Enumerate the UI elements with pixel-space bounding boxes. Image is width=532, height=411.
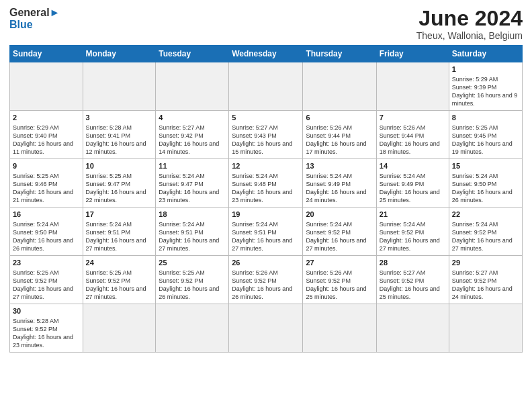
day-number: 1 xyxy=(452,64,519,75)
day-number: 21 xyxy=(380,210,446,220)
table-row: 4Sunrise: 5:27 AM Sunset: 9:42 PM Daylig… xyxy=(156,111,229,159)
calendar-table: Sunday Monday Tuesday Wednesday Thursday… xyxy=(9,45,523,352)
table-row: 27Sunrise: 5:26 AM Sunset: 9:52 PM Dayli… xyxy=(303,256,376,304)
table-row: 5Sunrise: 5:27 AM Sunset: 9:43 PM Daylig… xyxy=(229,111,303,159)
table-row: 23Sunrise: 5:25 AM Sunset: 9:52 PM Dayli… xyxy=(10,256,83,304)
table-row: 14Sunrise: 5:24 AM Sunset: 9:49 PM Dayli… xyxy=(376,159,449,208)
table-row: 20Sunrise: 5:24 AM Sunset: 9:52 PM Dayli… xyxy=(303,208,376,256)
table-row: 26Sunrise: 5:26 AM Sunset: 9:52 PM Dayli… xyxy=(229,256,303,304)
table-row xyxy=(156,304,229,352)
page: General► Blue June 2024 Theux, Wallonia,… xyxy=(0,0,532,358)
day-number: 22 xyxy=(452,210,519,220)
table-row xyxy=(303,304,376,352)
day-number: 28 xyxy=(380,258,446,268)
table-row: 6Sunrise: 5:26 AM Sunset: 9:44 PM Daylig… xyxy=(303,111,376,159)
table-row xyxy=(10,62,83,111)
table-row: 30Sunrise: 5:28 AM Sunset: 9:52 PM Dayli… xyxy=(10,304,83,352)
day-number: 10 xyxy=(86,161,153,171)
day-number: 9 xyxy=(13,161,80,171)
day-number: 13 xyxy=(306,161,373,171)
day-number: 26 xyxy=(232,258,300,268)
day-number: 4 xyxy=(159,113,226,123)
table-row: 24Sunrise: 5:25 AM Sunset: 9:52 PM Dayli… xyxy=(83,256,156,304)
col-sunday: Sunday xyxy=(10,46,83,62)
col-monday: Monday xyxy=(83,46,156,62)
col-wednesday: Wednesday xyxy=(229,46,303,62)
calendar-header-row: Sunday Monday Tuesday Wednesday Thursday… xyxy=(10,46,523,62)
table-row: 21Sunrise: 5:24 AM Sunset: 9:52 PM Dayli… xyxy=(376,208,449,256)
location: Theux, Wallonia, Belgium xyxy=(416,30,523,41)
col-saturday: Saturday xyxy=(449,46,522,62)
table-row: 22Sunrise: 5:24 AM Sunset: 9:52 PM Dayli… xyxy=(449,208,522,256)
day-number: 24 xyxy=(86,258,153,268)
day-number: 17 xyxy=(86,210,153,220)
table-row: 29Sunrise: 5:27 AM Sunset: 9:52 PM Dayli… xyxy=(449,256,522,304)
table-row: 15Sunrise: 5:24 AM Sunset: 9:50 PM Dayli… xyxy=(449,159,522,208)
day-number: 23 xyxy=(13,258,80,268)
day-number: 2 xyxy=(13,113,80,123)
day-number: 30 xyxy=(13,306,80,316)
table-row xyxy=(449,304,522,352)
day-number: 14 xyxy=(380,161,446,171)
day-number: 6 xyxy=(306,113,373,123)
table-row: 10Sunrise: 5:25 AM Sunset: 9:47 PM Dayli… xyxy=(83,159,156,208)
table-row: 2Sunrise: 5:29 AM Sunset: 9:40 PM Daylig… xyxy=(10,111,83,159)
table-row xyxy=(303,62,376,111)
table-row: 28Sunrise: 5:27 AM Sunset: 9:52 PM Dayli… xyxy=(376,256,449,304)
header: General► Blue June 2024 Theux, Wallonia,… xyxy=(9,7,523,41)
day-number: 12 xyxy=(232,161,300,171)
table-row: 3Sunrise: 5:28 AM Sunset: 9:41 PM Daylig… xyxy=(83,111,156,159)
table-row: 16Sunrise: 5:24 AM Sunset: 9:50 PM Dayli… xyxy=(10,208,83,256)
table-row xyxy=(83,62,156,111)
day-number: 7 xyxy=(380,113,446,123)
table-row: 11Sunrise: 5:24 AM Sunset: 9:47 PM Dayli… xyxy=(156,159,229,208)
day-number: 11 xyxy=(159,161,226,171)
table-row xyxy=(376,304,449,352)
day-number: 8 xyxy=(452,113,519,123)
table-row xyxy=(229,304,303,352)
table-row: 12Sunrise: 5:24 AM Sunset: 9:48 PM Dayli… xyxy=(229,159,303,208)
day-number: 15 xyxy=(452,161,519,171)
table-row: 1Sunrise: 5:29 AM Sunset: 9:39 PM Daylig… xyxy=(449,62,522,111)
table-row: 9Sunrise: 5:25 AM Sunset: 9:46 PM Daylig… xyxy=(10,159,83,208)
table-row xyxy=(229,62,303,111)
day-number: 20 xyxy=(306,210,373,220)
table-row xyxy=(156,62,229,111)
table-row xyxy=(376,62,449,111)
col-tuesday: Tuesday xyxy=(156,46,229,62)
table-row: 7Sunrise: 5:26 AM Sunset: 9:44 PM Daylig… xyxy=(376,111,449,159)
day-number: 19 xyxy=(232,210,300,220)
col-thursday: Thursday xyxy=(303,46,376,62)
day-number: 18 xyxy=(159,210,226,220)
day-number: 27 xyxy=(306,258,373,268)
table-row: 8Sunrise: 5:25 AM Sunset: 9:45 PM Daylig… xyxy=(449,111,522,159)
day-number: 25 xyxy=(159,258,226,268)
table-row: 25Sunrise: 5:25 AM Sunset: 9:52 PM Dayli… xyxy=(156,256,229,304)
table-row: 17Sunrise: 5:24 AM Sunset: 9:51 PM Dayli… xyxy=(83,208,156,256)
day-number: 29 xyxy=(452,258,519,268)
day-number: 3 xyxy=(86,113,153,123)
day-number: 5 xyxy=(232,113,300,123)
month-title: June 2024 xyxy=(416,7,523,30)
table-row xyxy=(83,304,156,352)
table-row: 19Sunrise: 5:24 AM Sunset: 9:51 PM Dayli… xyxy=(229,208,303,256)
logo: General► Blue xyxy=(9,7,60,30)
title-block: June 2024 Theux, Wallonia, Belgium xyxy=(416,7,523,41)
table-row: 13Sunrise: 5:24 AM Sunset: 9:49 PM Dayli… xyxy=(303,159,376,208)
table-row: 18Sunrise: 5:24 AM Sunset: 9:51 PM Dayli… xyxy=(156,208,229,256)
day-number: 16 xyxy=(13,210,80,220)
col-friday: Friday xyxy=(376,46,449,62)
